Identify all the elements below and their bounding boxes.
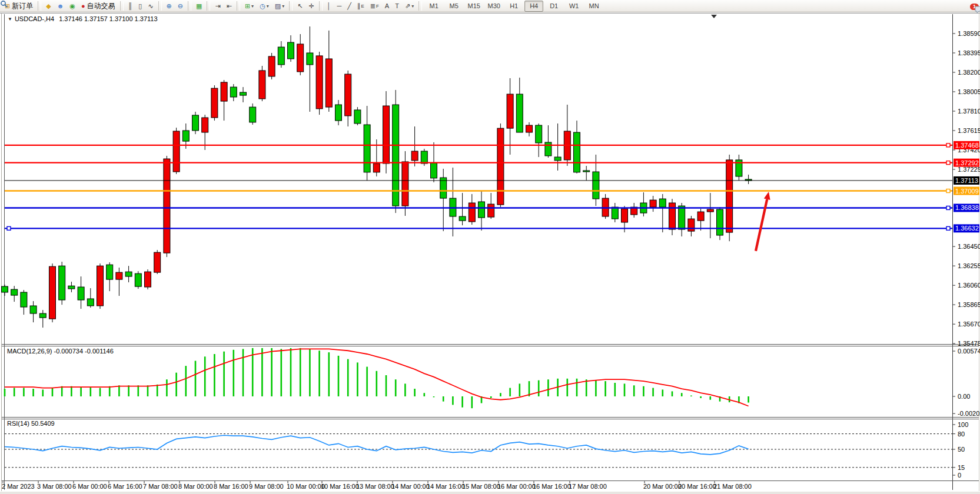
price-tick-label: 1.36060 bbox=[958, 282, 980, 289]
timeframe-h4[interactable]: H4 bbox=[524, 1, 543, 12]
support-line-2-left-handle[interactable] bbox=[7, 226, 11, 230]
candle-body bbox=[545, 142, 552, 156]
candle-body bbox=[583, 171, 590, 172]
timeframe-m30[interactable]: M30 bbox=[484, 1, 503, 12]
candle-body bbox=[717, 209, 723, 235]
resistance-line-2-handle[interactable] bbox=[946, 161, 950, 165]
candle-body bbox=[469, 203, 475, 222]
candle-body bbox=[59, 266, 65, 300]
time-tick-label: 2 Mar 2023 bbox=[2, 483, 35, 490]
candle-body bbox=[679, 206, 685, 229]
cursor-button-icon: ↖ bbox=[297, 1, 303, 11]
bid-price-label: 1.37113 bbox=[955, 177, 978, 184]
candle-body bbox=[383, 106, 390, 163]
candle-body bbox=[97, 266, 104, 306]
rsi-tick-label: 50 bbox=[958, 446, 965, 453]
arrows-button-icon: ⇗ bbox=[405, 1, 410, 11]
zoom-in-button[interactable]: ⊕ bbox=[164, 1, 174, 12]
macd-indicator-label: MACD(12,26,9) -0.000734 -0.001146 bbox=[7, 348, 114, 355]
trendline-button[interactable]: ╱ bbox=[345, 1, 354, 12]
support-line-2-handle[interactable] bbox=[946, 226, 950, 230]
community-button[interactable]: ☻ bbox=[55, 1, 67, 12]
time-tick-label: 21 Mar 08:00 bbox=[713, 483, 752, 490]
main-toolbar: ⊞新订单◆☻◉●自动交易║▯∿⊕⊖▦⇥⇤⊞▾◷▾▨▾↖✛│─╱∥E≣FAT⇗▾M… bbox=[0, 0, 980, 12]
chevron-down-icon[interactable]: ▾ bbox=[411, 1, 414, 11]
chart-canvas[interactable]: 1.385901.383951.382001.380051.378101.376… bbox=[0, 0, 980, 494]
news-button[interactable]: ◉ bbox=[67, 1, 78, 12]
new-order-button-label: 新订单 bbox=[12, 1, 33, 11]
arrows-button[interactable]: ⇗▾ bbox=[403, 1, 416, 12]
text-button[interactable]: A bbox=[383, 1, 391, 12]
vline-button[interactable]: │ bbox=[325, 1, 334, 12]
price-tick-label: 1.35670 bbox=[958, 321, 980, 328]
candle-body bbox=[116, 272, 122, 279]
support-line-1-handle[interactable] bbox=[946, 206, 950, 209]
candle-body bbox=[497, 128, 504, 205]
candle-body bbox=[325, 59, 332, 107]
timeframe-d1[interactable]: D1 bbox=[544, 1, 563, 12]
channel-button[interactable]: ∥E bbox=[355, 1, 367, 12]
chevron-down-icon[interactable]: ▾ bbox=[251, 1, 254, 11]
bars-button[interactable]: ║ bbox=[126, 1, 135, 12]
market-button-icon: ◆ bbox=[46, 1, 51, 11]
candle-body bbox=[354, 110, 361, 124]
timeframe-h1[interactable]: H1 bbox=[504, 1, 523, 12]
candle-body bbox=[68, 286, 75, 289]
candle-body bbox=[182, 131, 189, 141]
tile-windows-button[interactable]: ▦ bbox=[194, 1, 204, 12]
period-button[interactable]: ◷▾ bbox=[257, 1, 271, 12]
price-tick-label: 1.38590 bbox=[958, 30, 980, 37]
toolbar-separator bbox=[188, 1, 191, 11]
chart-dropdown-icon[interactable]: ▼ bbox=[8, 16, 12, 22]
candle-body bbox=[316, 56, 323, 109]
candle-body bbox=[488, 204, 494, 217]
time-tick-label: 20 Mar 16:00 bbox=[678, 483, 716, 490]
chart-title: ▼USDCAD-,H41.37146 1.37157 1.37100 1.371… bbox=[8, 15, 158, 22]
timeframe-m1[interactable]: M1 bbox=[424, 1, 443, 12]
hline-button[interactable]: ─ bbox=[334, 1, 344, 12]
candle-body bbox=[364, 125, 370, 172]
timeframe-m5[interactable]: M5 bbox=[444, 1, 463, 12]
candle-body bbox=[288, 42, 294, 59]
chevron-down-icon[interactable]: ▾ bbox=[267, 1, 269, 11]
time-tick-label: 6 Mar 00:00 bbox=[72, 483, 107, 490]
crosshair-button[interactable]: ✛ bbox=[306, 1, 316, 12]
channel-button-icon: ∥ bbox=[357, 1, 361, 11]
resistance-line-1-price-label: 1.37468 bbox=[955, 142, 979, 149]
candle-body bbox=[345, 74, 351, 116]
channel-button-letter: E bbox=[361, 1, 364, 11]
candle-body bbox=[125, 272, 132, 276]
chart-shift-button[interactable]: ⇤ bbox=[224, 1, 234, 12]
candles-button[interactable]: ▯ bbox=[136, 1, 144, 12]
cursor-button[interactable]: ↖ bbox=[295, 1, 305, 12]
candle-body bbox=[250, 107, 256, 122]
time-tick-label: 20 Mar 00:00 bbox=[643, 483, 682, 490]
pivot-line-handle[interactable] bbox=[946, 189, 950, 193]
timeframe-mn[interactable]: MN bbox=[584, 1, 603, 12]
macd-tick-label: 0.00 bbox=[958, 393, 970, 400]
candle-body bbox=[335, 105, 342, 121]
rsi-tick-label: 80 bbox=[958, 430, 965, 438]
resistance-line-1-handle[interactable] bbox=[946, 143, 950, 147]
zoom-out-button[interactable]: ⊖ bbox=[175, 1, 185, 12]
new-chart-button[interactable]: ⊞▾ bbox=[242, 1, 256, 12]
candle-body bbox=[202, 118, 208, 132]
label-button[interactable]: T bbox=[393, 1, 401, 12]
candle-body bbox=[574, 132, 580, 172]
chevron-down-icon[interactable]: ▾ bbox=[282, 1, 284, 11]
candle-body bbox=[240, 92, 247, 95]
auto-scroll-button-icon: ⇥ bbox=[215, 1, 220, 11]
timeframe-w1[interactable]: W1 bbox=[564, 1, 583, 12]
candle-body bbox=[402, 162, 408, 206]
candle-body bbox=[2, 286, 8, 292]
fibo-button[interactable]: ≣F bbox=[368, 1, 381, 12]
candle-body bbox=[650, 200, 656, 207]
news-button-icon: ◉ bbox=[69, 1, 75, 11]
autotrading-button[interactable]: ●自动交易 bbox=[79, 1, 118, 12]
new-chart-button-icon: ⊞ bbox=[245, 1, 250, 11]
auto-scroll-button[interactable]: ⇥ bbox=[212, 1, 222, 12]
template-button[interactable]: ▨▾ bbox=[273, 1, 287, 12]
timeframe-m15[interactable]: M15 bbox=[464, 1, 483, 12]
line-chart-button[interactable]: ∿ bbox=[145, 1, 155, 12]
market-button[interactable]: ◆ bbox=[44, 1, 53, 12]
